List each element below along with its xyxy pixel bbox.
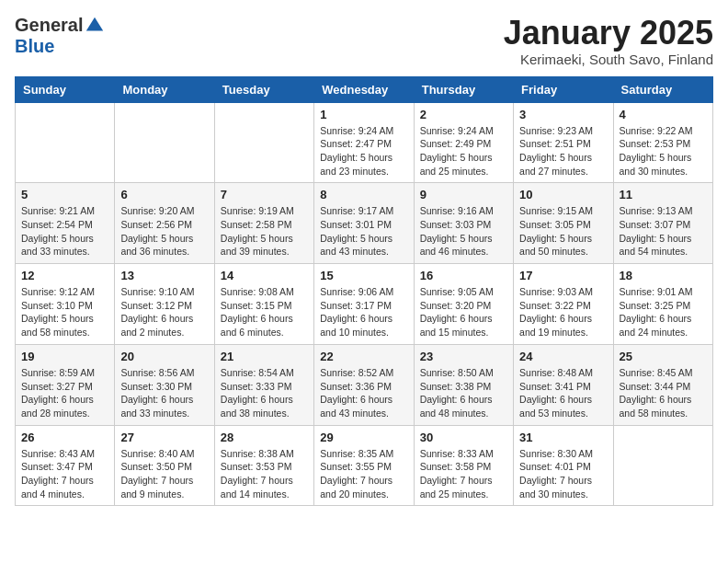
- calendar-week-row: 19Sunrise: 8:59 AM Sunset: 3:27 PM Dayli…: [16, 344, 713, 425]
- day-detail: Sunrise: 8:43 AM Sunset: 3:47 PM Dayligh…: [21, 447, 108, 501]
- weekday-header-sunday: Sunday: [16, 76, 115, 102]
- day-number: 25: [620, 350, 707, 363]
- weekday-header-tuesday: Tuesday: [214, 76, 313, 102]
- day-detail: Sunrise: 9:24 AM Sunset: 2:47 PM Dayligh…: [320, 124, 407, 178]
- calendar-cell: 18Sunrise: 9:01 AM Sunset: 3:25 PM Dayli…: [613, 264, 712, 345]
- calendar-cell: [613, 425, 712, 506]
- day-number: 29: [320, 431, 407, 444]
- title-block: January 2025 Kerimaeki, South Savo, Finl…: [504, 15, 713, 67]
- weekday-header-row: SundayMondayTuesdayWednesdayThursdayFrid…: [16, 76, 713, 102]
- calendar-cell: 25Sunrise: 8:45 AM Sunset: 3:44 PM Dayli…: [613, 344, 712, 425]
- day-detail: Sunrise: 8:45 AM Sunset: 3:44 PM Dayligh…: [620, 366, 707, 420]
- day-detail: Sunrise: 8:38 AM Sunset: 3:53 PM Dayligh…: [221, 447, 308, 501]
- calendar-cell: 4Sunrise: 9:22 AM Sunset: 2:53 PM Daylig…: [613, 102, 712, 183]
- calendar-cell: 31Sunrise: 8:30 AM Sunset: 4:01 PM Dayli…: [514, 425, 613, 506]
- logo-blue-text: Blue: [15, 36, 54, 56]
- calendar-cell: [16, 102, 115, 183]
- main-title: January 2025: [504, 15, 713, 52]
- calendar-cell: 2Sunrise: 9:24 AM Sunset: 2:49 PM Daylig…: [414, 102, 513, 183]
- day-detail: Sunrise: 9:16 AM Sunset: 3:03 PM Dayligh…: [420, 204, 507, 259]
- calendar-cell: 8Sunrise: 9:17 AM Sunset: 3:01 PM Daylig…: [314, 183, 414, 264]
- day-detail: Sunrise: 9:19 AM Sunset: 2:58 PM Dayligh…: [221, 204, 308, 259]
- calendar-cell: 12Sunrise: 9:12 AM Sunset: 3:10 PM Dayli…: [16, 264, 115, 345]
- day-number: 21: [221, 350, 308, 363]
- calendar-cell: 15Sunrise: 9:06 AM Sunset: 3:17 PM Dayli…: [314, 264, 414, 345]
- calendar-cell: 22Sunrise: 8:52 AM Sunset: 3:36 PM Dayli…: [314, 344, 414, 425]
- day-detail: Sunrise: 9:10 AM Sunset: 3:12 PM Dayligh…: [120, 285, 208, 339]
- calendar-cell: 5Sunrise: 9:21 AM Sunset: 2:54 PM Daylig…: [16, 183, 115, 264]
- day-number: 6: [120, 188, 208, 201]
- calendar-cell: 27Sunrise: 8:40 AM Sunset: 3:50 PM Dayli…: [115, 425, 214, 506]
- day-detail: Sunrise: 8:35 AM Sunset: 3:55 PM Dayligh…: [320, 447, 407, 501]
- day-detail: Sunrise: 9:17 AM Sunset: 3:01 PM Dayligh…: [320, 204, 407, 259]
- day-detail: Sunrise: 8:54 AM Sunset: 3:33 PM Dayligh…: [221, 366, 308, 420]
- weekday-header-monday: Monday: [115, 76, 214, 102]
- day-detail: Sunrise: 9:06 AM Sunset: 3:17 PM Dayligh…: [320, 285, 407, 339]
- calendar-cell: 30Sunrise: 8:33 AM Sunset: 3:58 PM Dayli…: [414, 425, 513, 506]
- calendar-cell: 19Sunrise: 8:59 AM Sunset: 3:27 PM Dayli…: [16, 344, 115, 425]
- day-number: 23: [420, 350, 507, 363]
- subtitle: Kerimaeki, South Savo, Finland: [504, 52, 713, 67]
- day-detail: Sunrise: 8:50 AM Sunset: 3:38 PM Dayligh…: [420, 366, 507, 420]
- calendar-cell: 17Sunrise: 9:03 AM Sunset: 3:22 PM Dayli…: [514, 264, 613, 345]
- day-detail: Sunrise: 9:03 AM Sunset: 3:22 PM Dayligh…: [519, 285, 607, 339]
- day-detail: Sunrise: 9:08 AM Sunset: 3:15 PM Dayligh…: [221, 285, 308, 339]
- day-detail: Sunrise: 9:22 AM Sunset: 2:53 PM Dayligh…: [620, 124, 707, 178]
- weekday-header-saturday: Saturday: [613, 76, 712, 102]
- day-detail: Sunrise: 9:05 AM Sunset: 3:20 PM Dayligh…: [420, 285, 507, 339]
- calendar-week-row: 26Sunrise: 8:43 AM Sunset: 3:47 PM Dayli…: [16, 425, 713, 506]
- day-detail: Sunrise: 8:52 AM Sunset: 3:36 PM Dayligh…: [320, 366, 407, 420]
- day-number: 3: [519, 108, 607, 121]
- day-detail: Sunrise: 9:23 AM Sunset: 2:51 PM Dayligh…: [519, 124, 607, 178]
- day-detail: Sunrise: 8:59 AM Sunset: 3:27 PM Dayligh…: [21, 366, 108, 420]
- calendar-week-row: 5Sunrise: 9:21 AM Sunset: 2:54 PM Daylig…: [16, 183, 713, 264]
- page-header: General Blue January 2025 Kerimaeki, Sou…: [15, 15, 713, 67]
- day-detail: Sunrise: 9:21 AM Sunset: 2:54 PM Dayligh…: [21, 204, 108, 259]
- day-number: 14: [221, 269, 308, 282]
- logo-icon: [85, 16, 105, 36]
- day-number: 5: [21, 188, 108, 201]
- day-number: 7: [221, 188, 308, 201]
- day-number: 9: [420, 188, 507, 201]
- day-detail: Sunrise: 9:20 AM Sunset: 2:56 PM Dayligh…: [120, 204, 208, 259]
- day-number: 15: [320, 269, 407, 282]
- calendar-week-row: 12Sunrise: 9:12 AM Sunset: 3:10 PM Dayli…: [16, 264, 713, 345]
- day-number: 30: [420, 431, 507, 444]
- calendar-cell: 28Sunrise: 8:38 AM Sunset: 3:53 PM Dayli…: [214, 425, 313, 506]
- day-detail: Sunrise: 8:40 AM Sunset: 3:50 PM Dayligh…: [120, 447, 208, 501]
- day-detail: Sunrise: 9:13 AM Sunset: 3:07 PM Dayligh…: [620, 204, 707, 259]
- day-detail: Sunrise: 8:48 AM Sunset: 3:41 PM Dayligh…: [519, 366, 607, 420]
- day-number: 8: [320, 188, 407, 201]
- calendar-cell: [115, 102, 214, 183]
- day-detail: Sunrise: 8:33 AM Sunset: 3:58 PM Dayligh…: [420, 447, 507, 501]
- day-number: 24: [519, 350, 607, 363]
- day-number: 31: [519, 431, 607, 444]
- day-number: 13: [120, 269, 208, 282]
- day-number: 28: [221, 431, 308, 444]
- day-number: 19: [21, 350, 108, 363]
- day-number: 11: [620, 188, 707, 201]
- weekday-header-wednesday: Wednesday: [314, 76, 414, 102]
- calendar-cell: 26Sunrise: 8:43 AM Sunset: 3:47 PM Dayli…: [16, 425, 115, 506]
- calendar-cell: 7Sunrise: 9:19 AM Sunset: 2:58 PM Daylig…: [214, 183, 313, 264]
- calendar-cell: 14Sunrise: 9:08 AM Sunset: 3:15 PM Dayli…: [214, 264, 313, 345]
- calendar-cell: 1Sunrise: 9:24 AM Sunset: 2:47 PM Daylig…: [314, 102, 414, 183]
- day-detail: Sunrise: 9:12 AM Sunset: 3:10 PM Dayligh…: [21, 285, 108, 339]
- day-detail: Sunrise: 9:24 AM Sunset: 2:49 PM Dayligh…: [420, 124, 507, 178]
- day-number: 16: [420, 269, 507, 282]
- calendar-cell: 6Sunrise: 9:20 AM Sunset: 2:56 PM Daylig…: [115, 183, 214, 264]
- calendar-cell: 21Sunrise: 8:54 AM Sunset: 3:33 PM Dayli…: [214, 344, 313, 425]
- day-number: 22: [320, 350, 407, 363]
- calendar-cell: 16Sunrise: 9:05 AM Sunset: 3:20 PM Dayli…: [414, 264, 513, 345]
- logo: General Blue: [15, 15, 105, 57]
- svg-marker-0: [86, 17, 103, 30]
- day-number: 17: [519, 269, 607, 282]
- calendar-cell: 3Sunrise: 9:23 AM Sunset: 2:51 PM Daylig…: [514, 102, 613, 183]
- calendar-cell: 11Sunrise: 9:13 AM Sunset: 3:07 PM Dayli…: [613, 183, 712, 264]
- calendar-cell: 20Sunrise: 8:56 AM Sunset: 3:30 PM Dayli…: [115, 344, 214, 425]
- day-number: 2: [420, 108, 507, 121]
- day-detail: Sunrise: 8:30 AM Sunset: 4:01 PM Dayligh…: [519, 447, 607, 501]
- calendar-cell: 10Sunrise: 9:15 AM Sunset: 3:05 PM Dayli…: [514, 183, 613, 264]
- day-number: 20: [120, 350, 208, 363]
- day-number: 27: [120, 431, 208, 444]
